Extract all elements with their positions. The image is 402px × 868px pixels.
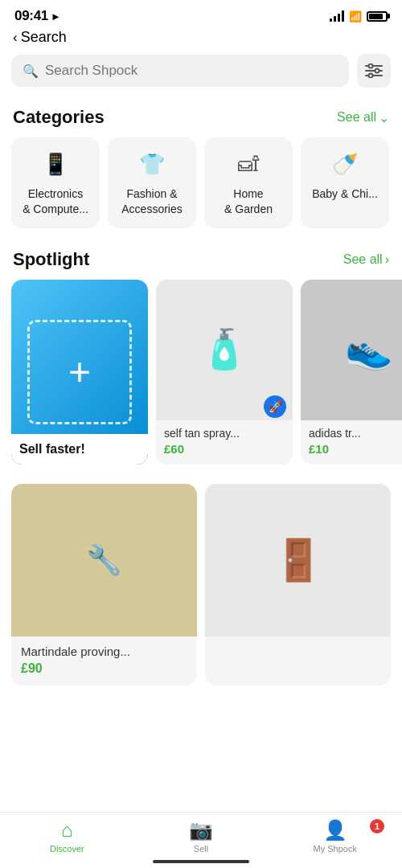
fashion-icon: 👕	[139, 152, 165, 177]
battery-icon	[367, 11, 388, 22]
spotlight-title: Spotlight	[13, 249, 89, 270]
search-icon: 🔍	[23, 63, 39, 79]
status-icons: 📶	[330, 10, 388, 23]
category-home[interactable]: 🛋 Home& Garden	[204, 137, 293, 228]
search-input[interactable]	[45, 63, 338, 79]
sell-label: Sell	[194, 844, 208, 854]
discover-icon: ⌂	[61, 819, 73, 841]
spotlight-scroll[interactable]: + Sell faster! 🧴 🚀 self tan spray... £60…	[0, 280, 402, 476]
home-indicator	[153, 860, 249, 863]
product-adidas[interactable]: 👟 adidas tr... £10	[301, 280, 402, 465]
martindale-price: £90	[21, 661, 187, 676]
baby-icon: 🍼	[332, 152, 358, 177]
adidas-info: adidas tr... £10	[301, 420, 402, 464]
filter-icon	[365, 63, 383, 78]
home-icon: 🛋	[238, 152, 259, 177]
martindale-image: 🔧	[11, 484, 197, 637]
tan-spray-info: self tan spray... £60	[156, 420, 293, 464]
category-baby[interactable]: 🍼 Baby & Chi...	[301, 137, 389, 228]
category-fashion[interactable]: 👕 Fashion &Accessories	[108, 137, 196, 228]
spotlight-header: Spotlight See all ›	[0, 241, 402, 280]
myshpock-label: My Shpock	[313, 844, 356, 854]
home-label: Home& Garden	[224, 186, 273, 217]
signal-icon	[330, 10, 344, 22]
status-time: 09:41	[14, 8, 48, 24]
electronics-icon: 📱	[43, 152, 68, 177]
martindale-name: Martindale proving...	[21, 645, 187, 658]
electronics-label: Electronics& Compute...	[23, 186, 88, 217]
baby-label: Baby & Chi...	[312, 186, 378, 202]
sell-faster-card[interactable]: + Sell faster!	[11, 280, 148, 465]
search-input-wrap[interactable]: 🔍	[11, 55, 349, 87]
fashion-label: Fashion &Accessories	[121, 186, 182, 217]
status-bar: 09:41 ► 📶	[0, 0, 402, 27]
tan-spray-price: £60	[164, 442, 285, 456]
adidas-name: adidas tr...	[309, 427, 402, 440]
product-tan-spray[interactable]: 🧴 🚀 self tan spray... £60	[156, 280, 293, 465]
nav-sell[interactable]: 📷 Sell	[134, 819, 269, 854]
discover-wardrobe[interactable]: 🚪	[205, 484, 391, 686]
myshpock-icon: 👤	[323, 819, 347, 841]
adidas-price: £10	[309, 442, 402, 456]
back-nav[interactable]: ‹ Search	[0, 27, 402, 54]
categories-scroll[interactable]: 📱 Electronics& Compute... 👕 Fashion &Acc…	[0, 137, 402, 241]
category-electronics[interactable]: 📱 Electronics& Compute...	[11, 137, 100, 228]
search-row: 🔍	[0, 54, 402, 99]
tan-spray-name: self tan spray...	[164, 427, 285, 440]
adidas-image: 👟	[301, 280, 402, 420]
spotlight-see-all[interactable]: See all ›	[343, 252, 389, 267]
discover-martindale[interactable]: 🔧 Martindale proving... £90	[11, 484, 197, 686]
categories-title: Categories	[13, 107, 105, 128]
filter-button[interactable]	[357, 54, 391, 88]
wardrobe-info	[205, 637, 391, 657]
wardrobe-image: 🚪	[205, 484, 391, 637]
discover-label: Discover	[50, 844, 84, 854]
svg-point-5	[369, 74, 373, 78]
sell-faster-border: +	[27, 320, 132, 424]
wifi-icon: 📶	[349, 10, 362, 23]
categories-header: Categories See all ⌄	[0, 99, 402, 137]
martindale-info: Martindale proving... £90	[11, 637, 197, 686]
nav-discover[interactable]: ⌂ Discover	[0, 819, 134, 854]
back-arrow: ‹	[13, 30, 18, 46]
location-icon: ►	[51, 10, 61, 23]
myshpock-badge: 1	[370, 819, 384, 833]
svg-point-4	[375, 69, 379, 73]
svg-point-3	[369, 64, 373, 68]
nav-myshpock[interactable]: 👤 My Shpock 1	[268, 819, 402, 854]
boost-badge: 🚀	[264, 395, 286, 418]
discover-grid: 🔧 Martindale proving... £90 🚪	[0, 476, 402, 750]
sell-faster-label-wrap: Sell faster!	[11, 434, 148, 465]
sell-faster-label: Sell faster!	[19, 442, 85, 456]
sell-faster-plus: +	[68, 353, 91, 391]
categories-see-all[interactable]: See all ⌄	[337, 110, 389, 125]
back-label[interactable]: Search	[21, 29, 67, 46]
sell-icon: 📷	[189, 819, 213, 841]
